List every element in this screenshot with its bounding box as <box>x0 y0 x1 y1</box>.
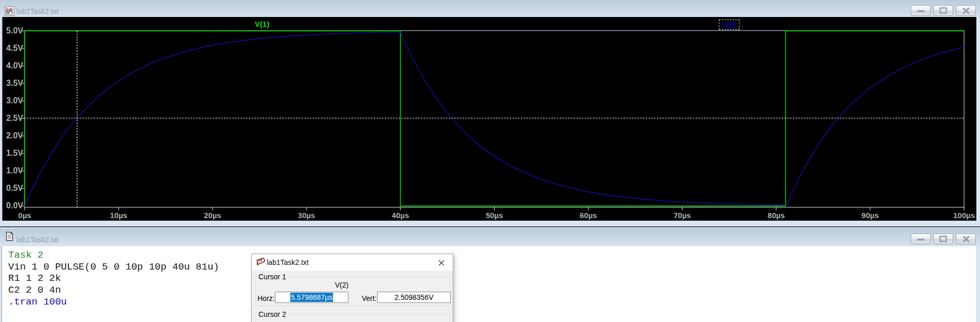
y-tick-label: 1.5V <box>3 149 23 158</box>
x-tick-label: 90µs <box>847 211 893 220</box>
cursor-dialog-title: lab1Task2.txt <box>267 258 309 266</box>
minimize-icon <box>917 8 925 13</box>
x-tick-label: 30µs <box>283 211 329 220</box>
y-tick-label: 2.0V <box>3 131 23 140</box>
y-tick-label: 2.5V <box>3 114 23 123</box>
horz-value-selected: 5.5798687µs <box>290 293 333 302</box>
y-tick-label: 1.0V <box>3 166 23 175</box>
document-icon <box>5 231 14 241</box>
y-tick-label: 5.0V <box>3 26 23 35</box>
maximize-button[interactable] <box>933 5 953 16</box>
close-button[interactable] <box>956 5 976 16</box>
close-icon <box>438 259 445 266</box>
horz-input[interactable]: 5.5798687µs <box>275 292 348 303</box>
y-tick-label: 0.0V <box>3 201 23 210</box>
editor-minimize-button[interactable] <box>911 234 931 244</box>
cursor2-groupbox: Cursor 2 <box>255 314 450 322</box>
vert-value: 2.5098356V <box>395 293 434 301</box>
netlist-line: Vin 1 0 PULSE(0 5 0 10p 10p 40u 81u) <box>8 261 976 273</box>
cursor1-group-label: Cursor 1 <box>257 273 288 281</box>
netlist-editor[interactable]: Task 2Vin 1 0 PULSE(0 5 0 10p 10p 40u 81… <box>2 246 976 322</box>
minimize-icon <box>917 237 925 242</box>
editor-close-button[interactable] <box>956 234 976 244</box>
netlist-line: .tran 100u <box>8 296 976 308</box>
waveform-window: lab1Task2.txt 5.0V4.5V4.0V3.5V3.0V2.5V2.… <box>0 0 980 226</box>
trace-label-v1[interactable]: V(1) <box>247 20 278 28</box>
waveform-titlebar[interactable]: lab1Task2.txt <box>0 0 980 17</box>
netlist-line: C2 2 0 4n <box>8 284 976 296</box>
editor-maximize-button[interactable] <box>933 234 953 244</box>
maximize-icon <box>939 236 947 242</box>
y-tick-label: 4.5V <box>3 44 23 53</box>
cursor-dialog: lab1Task2.txt Cursor 1 V(2) Horz: 5.5798… <box>251 254 453 322</box>
x-tick-label: 60µs <box>565 211 612 220</box>
cursor-dialog-close-button[interactable] <box>434 257 449 268</box>
x-tick-label: 50µs <box>471 211 517 220</box>
y-tick-label: 0.5V <box>3 184 23 193</box>
trace-v2[interactable] <box>25 32 964 206</box>
x-tick-label: 80µs <box>753 211 799 220</box>
waveform-app-icon <box>5 6 14 16</box>
y-tick-label: 4.0V <box>3 61 23 70</box>
close-icon <box>963 236 970 242</box>
editor-window-title: lab1Task2.txt <box>16 236 59 244</box>
x-tick-label: 20µs <box>190 211 236 220</box>
maximize-icon <box>939 7 947 14</box>
cursor2-group-label: Cursor 2 <box>257 310 288 319</box>
vert-input[interactable]: 2.5098356V <box>377 292 451 303</box>
x-tick-label: 40µs <box>377 211 423 220</box>
waveform-window-title: lab1Task2.txt <box>16 7 59 15</box>
horz-label: Horz: <box>257 294 274 302</box>
cursor1-trace-name: V(2) <box>319 281 365 289</box>
ltspice-logo-icon <box>256 257 266 267</box>
close-icon <box>963 8 970 14</box>
y-tick-label: 3.5V <box>3 79 23 88</box>
plot-canvas[interactable]: 5.0V4.5V4.0V3.5V3.0V2.5V2.0V1.5V1.0V0.5V… <box>2 17 977 221</box>
vert-label: Vert: <box>362 294 377 302</box>
x-tick-label: 0µs <box>2 211 48 220</box>
x-tick-label: 70µs <box>659 211 706 220</box>
editor-titlebar[interactable]: lab1Task2.txt <box>0 228 980 245</box>
editor-window: lab1Task2.txt Task 2Vin 1 0 PULSE(0 5 0 … <box>0 226 980 322</box>
netlist-line: R1 1 2 2k <box>8 273 976 284</box>
x-tick-label: 10µs <box>96 211 142 220</box>
cursor-dialog-titlebar[interactable]: lab1Task2.txt <box>252 254 453 271</box>
y-tick-label: 3.0V <box>3 96 23 105</box>
minimize-button[interactable] <box>911 5 931 16</box>
netlist-line: Task 2 <box>8 249 976 261</box>
trace-label-v2[interactable]: V(2) <box>719 20 739 30</box>
x-tick-label: 100µs <box>941 211 980 220</box>
